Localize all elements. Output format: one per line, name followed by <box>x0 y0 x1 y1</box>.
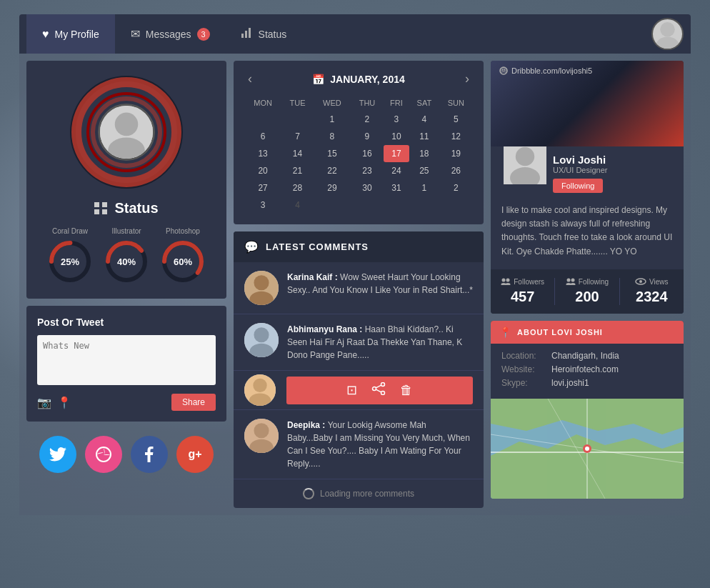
cal-day[interactable]: 4 <box>281 196 314 214</box>
cal-day[interactable]: 10 <box>384 128 409 145</box>
dribbble-banner: Dribbble.com/lovijoshi5 <box>491 61 684 146</box>
screenshot-icon[interactable]: ⊡ <box>346 382 357 398</box>
calendar-next[interactable]: › <box>461 71 473 86</box>
cal-day[interactable]: 1 <box>314 111 351 128</box>
stat-views: Views 2324 <box>620 278 684 305</box>
cal-day[interactable]: 18 <box>409 145 439 162</box>
svg-point-27 <box>253 379 266 392</box>
cal-day[interactable]: 26 <box>439 162 473 179</box>
about-skype-val: lovi.joshi1 <box>551 378 589 388</box>
cal-day[interactable]: 25 <box>409 162 439 179</box>
dribbble-name: Lovi Joshi <box>553 154 673 166</box>
dribbble-button[interactable] <box>85 436 122 473</box>
about-title: ABOUT LOVI JOSHI <box>517 328 603 337</box>
svg-point-45 <box>566 279 570 282</box>
svg-point-42 <box>506 279 510 282</box>
camera-icon[interactable]: 📷 <box>37 396 51 409</box>
svg-point-30 <box>381 391 385 394</box>
cal-day <box>409 196 439 214</box>
cal-day[interactable]: 3 <box>384 111 409 128</box>
cal-day[interactable]: 2 <box>439 179 473 196</box>
left-column: Status Coral Draw 25% <box>26 61 226 508</box>
about-website-val: Heroinfotech.com <box>551 364 619 374</box>
nav-avatar[interactable] <box>651 18 684 50</box>
svg-point-59 <box>585 447 589 451</box>
cal-day[interactable]: 23 <box>351 162 384 179</box>
cal-day[interactable]: 21 <box>281 162 314 179</box>
location-icon[interactable]: 📍 <box>57 396 71 409</box>
cal-day[interactable]: 5 <box>439 111 473 128</box>
skill-photoshop-label: Photoshop <box>166 227 200 235</box>
cal-day[interactable]: 3 <box>244 196 281 214</box>
post-media-icons: 📷 📍 <box>37 396 164 409</box>
stat-followers: Followers 457 <box>491 278 555 305</box>
cal-day[interactable]: 13 <box>244 145 281 162</box>
cal-day[interactable]: 2 <box>351 111 384 128</box>
cal-day[interactable]: 30 <box>351 179 384 196</box>
cal-day[interactable]: 27 <box>244 179 281 196</box>
cal-day <box>244 111 281 128</box>
calendar-prev[interactable]: ‹ <box>244 71 256 86</box>
stat-followers-value: 457 <box>491 289 554 305</box>
cal-day[interactable]: 28 <box>281 179 314 196</box>
cal-day[interactable]: 15 <box>314 145 351 162</box>
stat-following: Following 200 <box>555 278 619 305</box>
facebook-button[interactable] <box>131 436 168 473</box>
cal-day-tue: TUE <box>281 95 314 111</box>
tab-status[interactable]: Status <box>226 14 303 54</box>
cal-day[interactable]: 31 <box>384 179 409 196</box>
tab-messages[interactable]: ✉ Messages 3 <box>115 14 226 54</box>
cal-day[interactable]: 7 <box>281 128 314 145</box>
cal-day <box>314 196 351 214</box>
cal-day-fri: FRI <box>384 95 409 111</box>
cal-day[interactable]: 22 <box>314 162 351 179</box>
svg-point-24 <box>254 327 269 342</box>
twitter-button[interactable] <box>39 436 76 473</box>
post-textarea[interactable] <box>37 335 216 385</box>
comment-body-3: Deepika : Your Lookig Awsome Mah Baby...… <box>287 419 473 470</box>
skill-coral-draw-circle: 25% <box>47 239 93 284</box>
about-header: 📍 ABOUT LOVI JOSHI <box>491 321 684 344</box>
comment-item-3: Deepika : Your Lookig Awsome Mah Baby...… <box>234 410 484 479</box>
cal-day-thu: THU <box>351 95 384 111</box>
about-skype-key: Skype: <box>501 378 544 388</box>
calendar-header: ‹ 📅 JANUARY, 2014 › <box>244 71 473 86</box>
cal-day[interactable]: 17 <box>384 145 409 162</box>
comment-text-1: Karina Kaif : Wow Sweet Haurt Your Looki… <box>287 271 473 297</box>
map-background <box>491 399 684 499</box>
cal-day[interactable]: 6 <box>244 128 281 145</box>
cal-day[interactable]: 29 <box>314 179 351 196</box>
cal-day[interactable]: 16 <box>351 145 384 162</box>
post-card: Post Or Tweet 📷 📍 Share <box>26 306 226 422</box>
cal-day[interactable]: 11 <box>409 128 439 145</box>
about-location-key: Location: <box>501 351 544 361</box>
cal-day[interactable]: 20 <box>244 162 281 179</box>
dribbble-role: UX/UI Designer <box>553 166 673 174</box>
cal-day[interactable]: 14 <box>281 145 314 162</box>
comment-body-2: Abhimanyu Rana : Haan Bhai Kiddan?.. Ki … <box>287 323 473 362</box>
grid-icon <box>94 202 107 214</box>
stat-views-label: Views <box>620 278 684 286</box>
delete-icon[interactable]: 🗑 <box>400 383 413 398</box>
cal-day[interactable]: 9 <box>351 128 384 145</box>
comments-icon: 💬 <box>244 240 259 254</box>
svg-point-31 <box>373 387 376 390</box>
svg-point-11 <box>115 113 139 136</box>
cal-day[interactable]: 4 <box>409 111 439 128</box>
google-button[interactable]: g+ <box>176 436 214 473</box>
following-button[interactable]: Following <box>553 179 603 193</box>
share-icon[interactable] <box>371 382 386 399</box>
cal-day[interactable]: 1 <box>409 179 439 196</box>
tab-messages-label: Messages <box>146 29 191 40</box>
cal-day[interactable]: 12 <box>439 128 473 145</box>
cal-day[interactable]: 24 <box>384 162 409 179</box>
cal-day <box>439 196 473 214</box>
about-website-row: Website: Heroinfotech.com <box>501 364 673 374</box>
about-location-val: Chandigarh, India <box>551 351 619 361</box>
tab-my-profile[interactable]: ♥ My Profile <box>26 14 115 54</box>
svg-rect-1 <box>245 31 247 38</box>
share-button[interactable]: Share <box>171 394 216 411</box>
cal-day[interactable]: 19 <box>439 145 473 162</box>
svg-point-21 <box>254 275 269 290</box>
cal-day[interactable]: 8 <box>314 128 351 145</box>
